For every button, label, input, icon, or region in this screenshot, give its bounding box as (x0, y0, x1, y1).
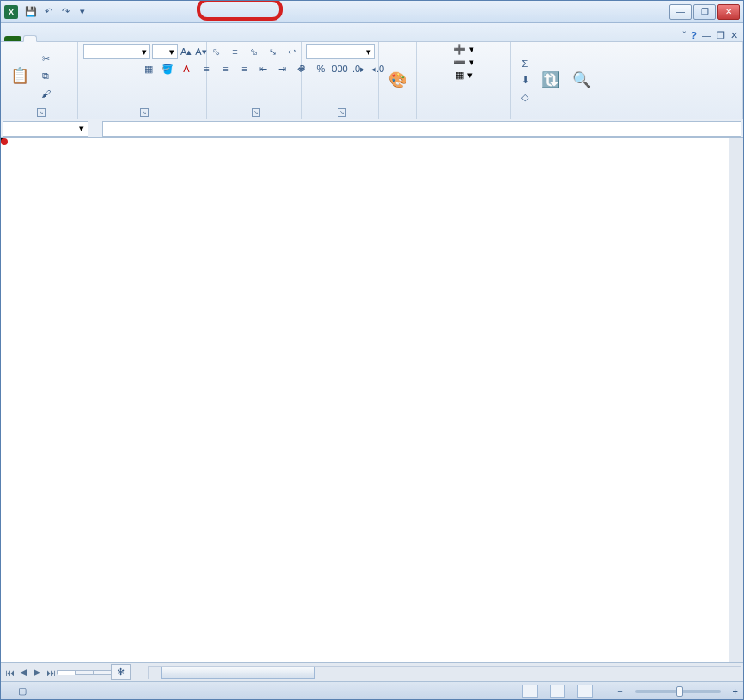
orientation-icon[interactable]: ⤡ (265, 44, 282, 59)
ribbon-minimize-icon[interactable]: ˇ (683, 30, 686, 41)
alignment-launcher[interactable]: ↘ (252, 108, 260, 117)
close-button[interactable]: ✕ (717, 4, 740, 20)
sheet-nav-last[interactable]: ⏭ (44, 666, 58, 679)
styles-button[interactable]: 🎨 (384, 68, 412, 94)
group-editing: Σ ⬇ ◇ 🔃 🔍 (511, 42, 743, 119)
align-top-icon[interactable]: ⬁ (208, 44, 225, 59)
underline-button[interactable] (121, 61, 138, 76)
increase-decimal-icon[interactable]: .0▸ (351, 61, 368, 76)
percent-icon[interactable]: % (313, 61, 330, 76)
sheet-nav-prev[interactable]: ◀ (16, 666, 30, 679)
shrink-font-icon[interactable]: A▾ (194, 44, 207, 59)
maximize-button[interactable]: ❐ (693, 4, 716, 20)
font-color-icon[interactable]: A (178, 61, 195, 76)
number-format-combo[interactable]: ▾ (306, 44, 375, 59)
view-layout-icon[interactable] (550, 685, 565, 698)
sheet-tab-1[interactable] (57, 670, 76, 675)
tab-view[interactable] (97, 36, 109, 41)
align-right-icon[interactable]: ≡ (236, 61, 253, 76)
grow-font-icon[interactable]: A▴ (180, 44, 192, 59)
paste-button[interactable]: 📋 (6, 64, 34, 89)
doc-restore-icon[interactable]: ❐ (717, 30, 725, 41)
align-center-icon[interactable]: ≡ (217, 61, 235, 76)
chevron-down-icon: ▾ (79, 123, 84, 134)
bold-button[interactable] (83, 61, 101, 76)
view-normal-icon[interactable] (522, 685, 538, 698)
window-controls: ― ❐ ✕ (669, 4, 740, 20)
fill-color-icon[interactable]: 🪣 (159, 61, 176, 76)
group-cells: ➕ ▾ ➖ ▾ ▦ ▾ (417, 42, 511, 119)
file-tab[interactable] (4, 36, 21, 41)
vertical-scrollbar[interactable] (729, 138, 743, 662)
sheet-nav-first[interactable]: ⏮ (3, 666, 16, 679)
group-styles: 🎨 (379, 42, 417, 119)
currency-icon[interactable]: ₽ (294, 61, 311, 76)
comma-icon[interactable]: 000 (332, 61, 349, 76)
number-launcher[interactable]: ↘ (338, 108, 346, 117)
delete-cells-button[interactable]: ➖ ▾ (454, 57, 474, 68)
save-icon[interactable]: 💾 (23, 4, 39, 20)
tab-formulas[interactable] (61, 36, 73, 41)
align-middle-icon[interactable]: ≡ (227, 44, 244, 59)
zoom-in-button[interactable]: + (733, 686, 738, 697)
minimize-button[interactable]: ― (669, 4, 692, 20)
autosum-icon[interactable]: Σ (516, 56, 534, 71)
help-icon[interactable]: ? (691, 30, 697, 41)
cut-icon[interactable]: ✂ (37, 52, 54, 67)
sheet-tabs-bar: ⏮ ◀ ▶ ⏭ ✻ (1, 662, 743, 681)
italic-button[interactable] (102, 61, 119, 76)
ribbon: 📋 ✂ ⧉ 🖌 ↘ ▾ ▾ A▴ A▾ ▦ 🪣 (1, 42, 743, 119)
horizontal-scrollbar[interactable] (148, 666, 741, 679)
undo-icon[interactable]: ↶ (40, 4, 56, 20)
wrap-text-icon[interactable]: ↩ (284, 44, 301, 59)
doc-min-icon[interactable]: ― (702, 30, 711, 41)
view-pagebreak-icon[interactable] (577, 685, 593, 698)
font-size-combo[interactable]: ▾ (152, 44, 178, 59)
tab-review[interactable] (85, 36, 97, 41)
tab-insert[interactable] (37, 36, 49, 41)
formula-input[interactable] (102, 121, 741, 137)
insert-icon: ➕ (454, 44, 466, 55)
format-painter-icon[interactable]: 🖌 (37, 86, 54, 101)
sheet-tab-3[interactable] (93, 670, 112, 675)
tab-foxit[interactable] (133, 36, 145, 41)
new-sheet-button[interactable]: ✻ (111, 664, 131, 680)
align-bottom-icon[interactable]: ⬂ (246, 44, 263, 59)
fill-icon[interactable]: ⬇ (516, 73, 534, 88)
font-launcher[interactable]: ↘ (140, 108, 149, 117)
zoom-slider[interactable] (635, 690, 721, 693)
increase-indent-icon[interactable]: ⇥ (274, 61, 291, 76)
qat-customize-icon[interactable]: ▾ (75, 4, 90, 20)
clear-icon[interactable]: ◇ (516, 90, 534, 106)
name-box[interactable]: ▾ (3, 121, 88, 137)
tab-data[interactable] (73, 36, 85, 41)
insert-cells-button[interactable]: ➕ ▾ (454, 44, 474, 55)
doc-close-icon[interactable]: ✕ (730, 30, 738, 41)
zoom-thumb[interactable] (676, 686, 683, 697)
font-name-combo[interactable]: ▾ (83, 44, 150, 59)
copy-icon[interactable]: ⧉ (37, 69, 54, 84)
clipboard-launcher[interactable]: ↘ (37, 108, 46, 117)
ribbon-tabs: ˇ ? ― ❐ ✕ (1, 23, 743, 42)
sort-filter-button[interactable]: 🔃 (537, 68, 564, 94)
tab-layout[interactable] (49, 36, 61, 41)
format-cells-button[interactable]: ▦ ▾ (455, 70, 473, 81)
find-select-button[interactable]: 🔍 (568, 68, 595, 94)
redo-icon[interactable]: ↷ (58, 4, 73, 20)
chevron-down-icon: ▾ (169, 46, 174, 58)
statusbar: ▢ − + (1, 681, 743, 700)
tab-addins[interactable] (121, 36, 133, 41)
ribbon-help: ˇ ? ― ❐ ✕ (683, 30, 743, 41)
tab-developer[interactable] (109, 36, 121, 41)
borders-icon[interactable]: ▦ (140, 61, 157, 76)
align-left-icon[interactable]: ≡ (198, 61, 216, 76)
decrease-indent-icon[interactable]: ⇤ (255, 61, 272, 76)
group-number: ▾ ₽ % 000 .0▸ ◂.0 ↘ (302, 42, 379, 119)
sheet-tab-2[interactable] (75, 670, 94, 675)
hscroll-thumb[interactable] (161, 667, 315, 679)
tab-abbyy[interactable] (145, 36, 157, 41)
zoom-out-button[interactable]: − (617, 686, 622, 697)
sheet-nav-next[interactable]: ▶ (30, 666, 44, 679)
macro-record-icon[interactable]: ▢ (18, 685, 27, 697)
tab-home[interactable] (23, 35, 37, 42)
